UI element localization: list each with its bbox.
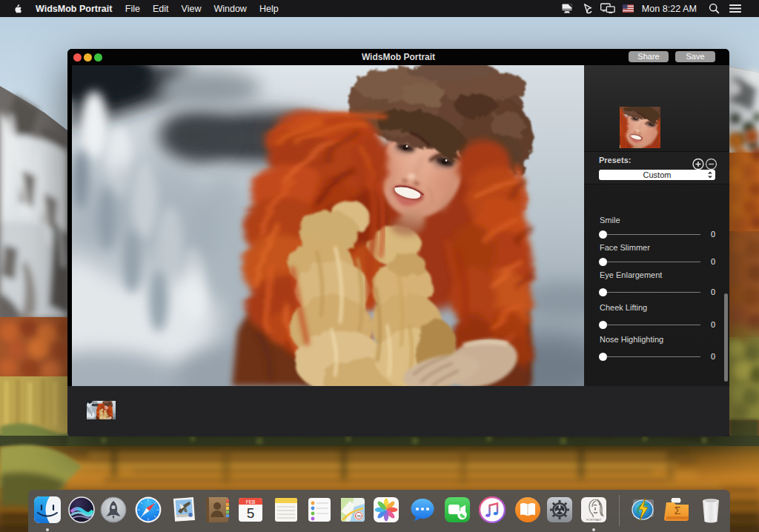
svg-text:Σ: Σ — [675, 505, 681, 516]
svg-text:PORTRAIT: PORTRAIT — [586, 518, 602, 522]
svg-text:5: 5 — [247, 505, 255, 521]
svg-text:FEB: FEB — [246, 499, 256, 505]
svg-text:280: 280 — [357, 514, 362, 518]
